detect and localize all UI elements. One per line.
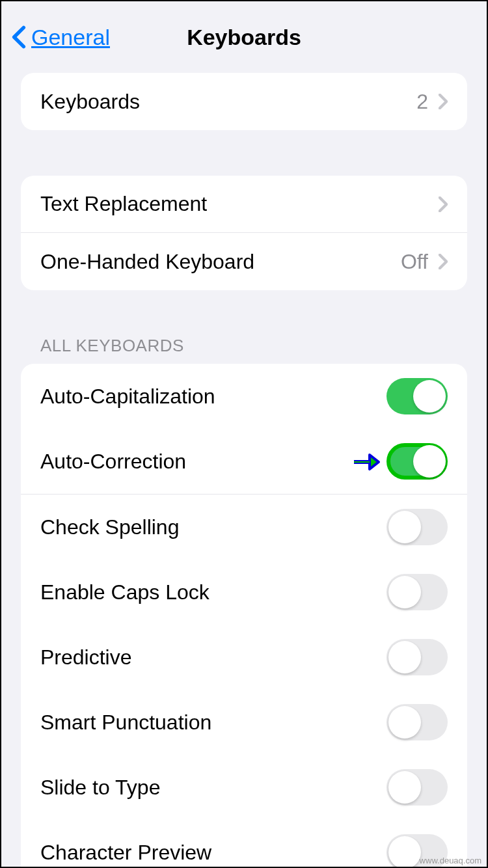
toggle-row-label: Slide to Type (40, 776, 386, 800)
toggle-row: Auto-Capitalization (21, 364, 467, 429)
text-replacement-label: Text Replacement (40, 192, 439, 216)
toggle-row: Character Preview (21, 820, 467, 868)
keyboards-label: Keyboards (40, 90, 416, 114)
toggle-knob (388, 641, 421, 673)
toggle-row: Slide to Type (21, 755, 467, 820)
chevron-right-icon (439, 197, 448, 212)
toggle-row-label: Smart Punctuation (40, 711, 386, 735)
toggle-row: Smart Punctuation (21, 690, 467, 755)
toggle-switch[interactable] (386, 574, 448, 610)
keyboards-section: Keyboards 2 (21, 73, 467, 130)
chevron-right-icon (439, 254, 448, 269)
toggle-knob (388, 576, 421, 608)
toggle-switch[interactable] (386, 639, 448, 675)
toggle-row: Auto-Correction (21, 429, 467, 495)
watermark-text: www.deuaq.com (420, 856, 481, 865)
toggle-switch[interactable] (386, 509, 448, 545)
toggle-row: Predictive (21, 625, 467, 690)
toggle-row-label: Character Preview (40, 841, 386, 865)
toggle-switch[interactable] (386, 704, 448, 740)
page-title: Keyboards (187, 25, 301, 50)
toggle-switch[interactable] (386, 378, 448, 414)
toggle-row-label: Predictive (40, 645, 386, 670)
text-options-section: Text Replacement One-Handed Keyboard Off (21, 176, 467, 290)
back-button[interactable]: General (12, 25, 110, 50)
toggle-row-label: Auto-Correction (40, 450, 386, 474)
all-keyboards-header: ALL KEYBOARDS (40, 336, 448, 356)
toggle-row-label: Enable Caps Lock (40, 580, 386, 604)
toggle-switch[interactable] (386, 443, 448, 480)
toggle-row-label: Check Spelling (40, 515, 386, 539)
toggle-row-label: Auto-Capitalization (40, 385, 386, 409)
one-handed-label: One-Handed Keyboard (40, 250, 401, 274)
toggle-row: Enable Caps Lock (21, 560, 467, 625)
toggle-knob (388, 771, 421, 804)
all-keyboards-section: Auto-CapitalizationAuto-CorrectionCheck … (21, 364, 467, 868)
back-label: General (31, 25, 110, 50)
chevron-left-icon (12, 25, 26, 49)
keyboards-row[interactable]: Keyboards 2 (21, 73, 467, 130)
text-replacement-row[interactable]: Text Replacement (21, 176, 467, 233)
toggle-knob (388, 836, 421, 868)
toggle-knob (388, 511, 421, 543)
keyboards-value: 2 (416, 90, 428, 114)
navigation-header: General Keyboards (1, 1, 487, 73)
one-handed-value: Off (401, 250, 428, 274)
toggle-knob (388, 706, 421, 739)
chevron-right-icon (439, 94, 448, 109)
toggle-knob (413, 380, 446, 413)
toggle-knob (413, 445, 446, 478)
toggle-row: Check Spelling (21, 495, 467, 560)
toggle-switch[interactable] (386, 769, 448, 806)
one-handed-keyboard-row[interactable]: One-Handed Keyboard Off (21, 233, 467, 290)
